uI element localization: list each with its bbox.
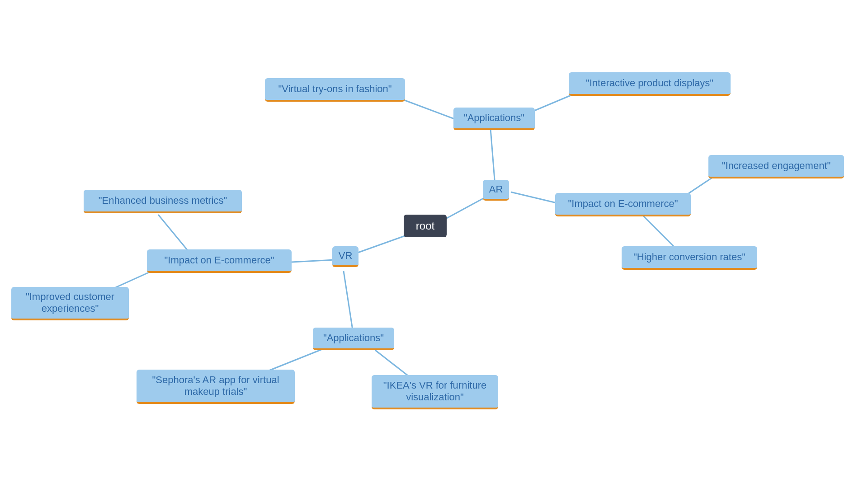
svg-line-3: [402, 99, 457, 120]
node-vr-impact[interactable]: "Impact on E-commerce": [147, 249, 292, 273]
node-vr-applications-label: "Applications": [323, 332, 384, 344]
node-ar-applications[interactable]: "Applications": [453, 108, 535, 130]
node-vr-impact-metrics-label: "Enhanced business metrics": [99, 195, 227, 206]
diagram-canvas: root AR VR "Applications" "Virtual try-o…: [0, 0, 868, 488]
node-vr-impact-metrics[interactable]: "Enhanced business metrics": [84, 190, 242, 213]
node-vr-applications[interactable]: "Applications": [313, 328, 394, 350]
svg-line-2: [491, 129, 495, 185]
node-ar[interactable]: AR: [483, 180, 509, 201]
svg-line-4: [529, 95, 572, 113]
node-ar-app-tryons-label: "Virtual try-ons in fashion": [278, 83, 392, 95]
node-ar-app-tryons[interactable]: "Virtual try-ons in fashion": [265, 78, 405, 102]
svg-line-7: [642, 215, 678, 251]
node-vr-app-ikea[interactable]: "IKEA's VR for furniture visualization": [372, 375, 498, 409]
node-vr[interactable]: VR: [332, 246, 359, 267]
node-ar-impact[interactable]: "Impact on E-commerce": [555, 193, 691, 216]
node-ar-impact-engagement-label: "Increased engagement": [722, 160, 831, 172]
node-vr-impact-label: "Impact on E-commerce": [164, 254, 274, 266]
node-ar-label: AR: [489, 183, 503, 195]
node-ar-impact-label: "Impact on E-commerce": [568, 198, 678, 210]
node-vr-impact-experiences-label: "Improved customer experiences": [19, 291, 121, 315]
svg-line-5: [511, 192, 558, 203]
diagram-edges: [0, 0, 868, 488]
svg-line-8: [292, 260, 335, 262]
svg-line-9: [158, 215, 190, 253]
node-vr-app-sephora[interactable]: "Sephora's AR app for virtual makeup tri…: [137, 370, 295, 404]
node-ar-impact-conversion-label: "Higher conversion rates": [633, 251, 745, 263]
node-root[interactable]: root: [404, 215, 447, 237]
node-ar-app-displays[interactable]: "Interactive product displays": [569, 72, 731, 96]
node-vr-app-sephora-label: "Sephora's AR app for virtual makeup tri…: [145, 374, 287, 398]
node-ar-app-displays-label: "Interactive product displays": [586, 77, 713, 89]
node-vr-label: VR: [339, 250, 353, 262]
node-vr-impact-experiences[interactable]: "Improved customer experiences": [11, 287, 129, 320]
node-vr-app-ikea-label: "IKEA's VR for furniture visualization": [380, 380, 490, 404]
node-ar-applications-label: "Applications": [464, 112, 524, 124]
node-ar-impact-engagement[interactable]: "Increased engagement": [708, 155, 844, 178]
node-ar-impact-conversion[interactable]: "Higher conversion rates": [622, 246, 757, 270]
node-root-label: root: [416, 220, 434, 233]
svg-line-11: [344, 271, 353, 330]
